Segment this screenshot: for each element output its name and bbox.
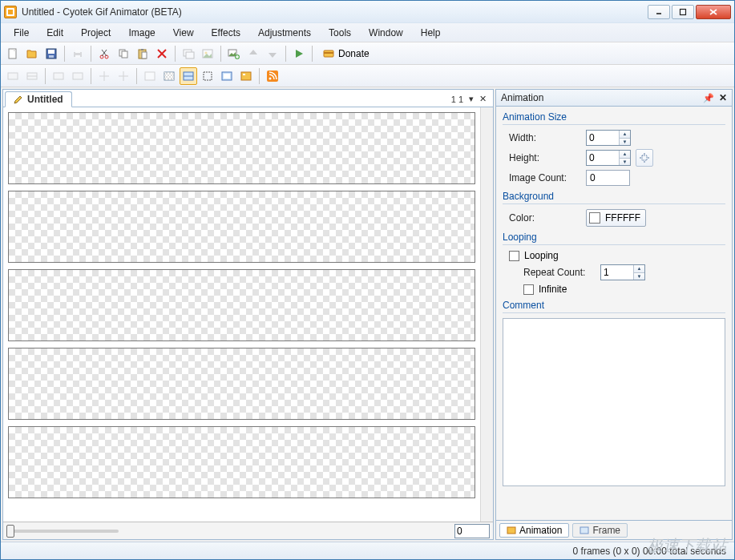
- new-button[interactable]: [4, 45, 22, 62]
- images-button[interactable]: [180, 45, 197, 62]
- menu-project[interactable]: Project: [73, 25, 119, 41]
- svg-point-56: [269, 77, 272, 79]
- copy-button[interactable]: [115, 45, 132, 62]
- cut-button[interactable]: [95, 45, 113, 62]
- width-spinner[interactable]: ▲▼: [619, 131, 630, 145]
- height-label: Height:: [509, 152, 581, 163]
- svg-rect-54: [243, 74, 245, 75]
- menu-help[interactable]: Help: [413, 25, 449, 41]
- tool-btn-3[interactable]: [50, 67, 67, 85]
- svg-rect-8: [49, 55, 54, 58]
- toolbar-separator: [91, 68, 91, 84]
- document-tab[interactable]: Untitled: [5, 91, 72, 107]
- menu-window[interactable]: Window: [361, 25, 411, 41]
- frame-slot[interactable]: [8, 112, 475, 184]
- tab-animation[interactable]: Animation: [499, 523, 569, 538]
- image-button[interactable]: [199, 45, 216, 62]
- maximize-button[interactable]: [672, 5, 694, 19]
- app-window: Untitled - Cyotek Gif Animator (BETA) Fi…: [0, 0, 735, 560]
- svg-rect-50: [204, 72, 212, 80]
- panel-close-icon[interactable]: ✕: [719, 92, 727, 103]
- menu-file[interactable]: File: [6, 25, 37, 41]
- menu-tools[interactable]: Tools: [321, 25, 359, 41]
- menu-adjustments[interactable]: Adjustments: [250, 25, 319, 41]
- svg-rect-43: [145, 72, 155, 80]
- frame-index-value[interactable]: [457, 526, 487, 537]
- frame-list[interactable]: [3, 107, 480, 522]
- view-btn-6[interactable]: [237, 67, 255, 85]
- close-button[interactable]: [696, 5, 731, 19]
- infinite-label: Infinite: [539, 284, 567, 295]
- tool-btn-5[interactable]: [95, 67, 113, 85]
- tab-frame[interactable]: Frame: [572, 523, 628, 538]
- tool-btn-1[interactable]: [4, 67, 22, 85]
- frame-slot[interactable]: [8, 191, 475, 263]
- donate-label: Donate: [338, 48, 370, 59]
- resize-canvas-button[interactable]: [636, 149, 653, 167]
- pin-icon[interactable]: 📌: [703, 93, 714, 103]
- tab-close-icon[interactable]: ✕: [478, 94, 488, 104]
- toolbar-separator: [91, 46, 91, 62]
- toolbar-separator: [175, 46, 176, 62]
- color-value: FFFFFF: [605, 212, 640, 224]
- comment-textarea[interactable]: [503, 318, 725, 486]
- save-button[interactable]: [42, 45, 60, 62]
- svg-rect-38: [73, 73, 83, 79]
- looping-checkbox[interactable]: [509, 251, 519, 261]
- tool-btn-4[interactable]: [69, 67, 87, 85]
- background-color-button[interactable]: FFFFFF: [586, 209, 646, 227]
- menu-effects[interactable]: Effects: [204, 25, 248, 41]
- image-add-button[interactable]: [225, 45, 243, 62]
- tool-btn-6[interactable]: [115, 67, 132, 85]
- delete-button[interactable]: [153, 45, 171, 62]
- repeat-label: Repeat Count:: [523, 267, 596, 278]
- document-tab-row: Untitled 1 1 ▾ ✕: [3, 90, 493, 107]
- imagecount-value: 0: [586, 170, 630, 186]
- svg-rect-59: [580, 527, 588, 534]
- imagecount-label: Image Count:: [509, 172, 581, 183]
- vertical-scrollbar[interactable]: [480, 107, 493, 522]
- toolbar-separator: [64, 46, 65, 62]
- zoom-slider[interactable]: [6, 530, 119, 533]
- frame-slot[interactable]: [8, 348, 475, 420]
- height-spinner[interactable]: ▲▼: [619, 151, 630, 165]
- donate-button[interactable]: Donate: [317, 45, 375, 62]
- menubar: File Edit Project Image View Effects Adj…: [1, 23, 734, 42]
- toolbar-separator: [285, 46, 286, 62]
- frame-slot[interactable]: [8, 269, 475, 341]
- minimize-button[interactable]: [648, 5, 670, 19]
- open-button[interactable]: [23, 45, 41, 62]
- view-btn-1[interactable]: [141, 67, 159, 85]
- app-icon: [4, 6, 17, 18]
- repeat-spinner[interactable]: ▲▼: [633, 265, 644, 280]
- view-btn-2[interactable]: [160, 67, 178, 85]
- view-btn-4[interactable]: [199, 67, 216, 85]
- paste-button[interactable]: [134, 45, 151, 62]
- frame-index-input[interactable]: [454, 524, 490, 538]
- tool-btn-2[interactable]: [23, 67, 41, 85]
- canvas-scroll: [3, 107, 493, 522]
- infinite-checkbox[interactable]: [523, 284, 534, 295]
- move-up-button[interactable]: [244, 45, 262, 62]
- menu-view[interactable]: View: [165, 25, 202, 41]
- color-label: Color:: [509, 212, 581, 224]
- height-input[interactable]: ▲▼: [586, 150, 631, 166]
- view-btn-5[interactable]: [218, 67, 236, 85]
- print-button[interactable]: [69, 45, 87, 62]
- frame-slot[interactable]: [8, 426, 475, 498]
- width-input[interactable]: ▲▼: [586, 130, 631, 146]
- play-button[interactable]: [290, 45, 308, 62]
- window-title: Untitled - Cyotek Gif Animator (BETA): [22, 6, 648, 18]
- svg-rect-33: [324, 52, 333, 54]
- zoom-slider-thumb[interactable]: [6, 525, 14, 538]
- menu-image[interactable]: Image: [120, 25, 163, 41]
- svg-rect-37: [54, 73, 63, 79]
- view-btn-3-active[interactable]: [180, 67, 197, 85]
- rss-button[interactable]: [264, 67, 281, 85]
- svg-rect-17: [122, 51, 127, 58]
- panel-body: Animation Size Width: ▲▼ Height: ▲▼ Imag…: [495, 107, 733, 521]
- repeat-input[interactable]: ▲▼: [600, 264, 645, 280]
- move-down-button[interactable]: [264, 45, 281, 62]
- menu-edit[interactable]: Edit: [38, 25, 71, 41]
- tab-dropdown-icon[interactable]: ▾: [467, 94, 475, 104]
